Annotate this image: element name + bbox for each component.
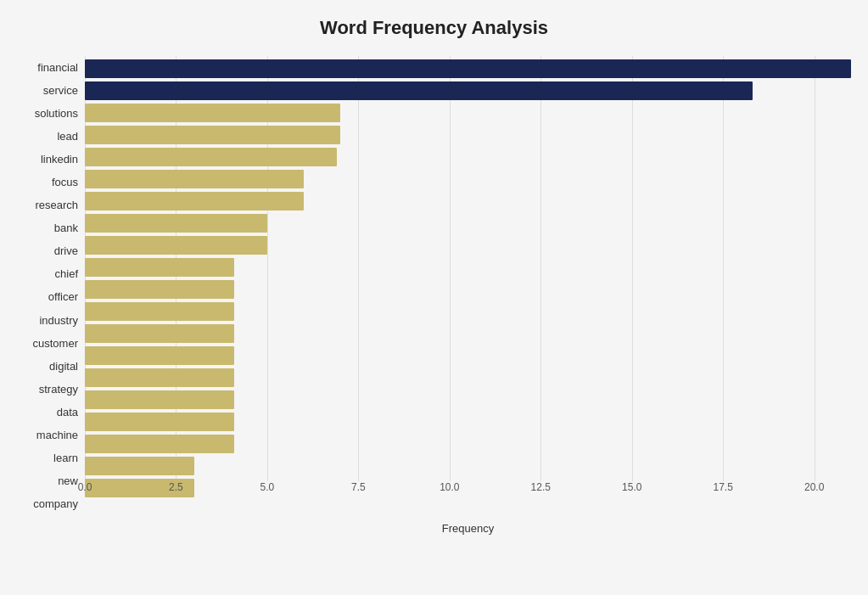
y-labels: financialservicesolutionsleadlinkedinfoc… (17, 56, 85, 515)
bar-row (85, 300, 851, 323)
y-label-company: company (33, 498, 78, 509)
bar-row (85, 345, 851, 367)
bar-row (85, 389, 851, 411)
y-label-bank: bank (54, 222, 78, 233)
bar-row (85, 146, 851, 168)
chart-container: Word Frequency Analysis financialservice… (0, 0, 868, 595)
x-tick: 5.0 (260, 481, 275, 493)
x-tick: 17.5 (714, 481, 733, 493)
y-label-new: new (58, 475, 78, 486)
chart-title: Word Frequency Analysis (17, 17, 851, 39)
y-label-lead: lead (57, 131, 78, 142)
chart-area: financialservicesolutionsleadlinkedinfoc… (17, 56, 851, 515)
bar-industry (85, 302, 234, 321)
x-tick: 10.0 (440, 481, 459, 493)
bar-customer (85, 324, 234, 343)
bar-solutions (85, 104, 340, 122)
bar-machine (85, 413, 234, 431)
bar-row (85, 256, 851, 278)
x-axis-label: Frequency (85, 522, 851, 535)
y-label-digital: digital (49, 361, 78, 372)
bar-financial (85, 59, 851, 78)
grid-and-bars (85, 56, 851, 481)
bar-row (85, 278, 851, 300)
bar-row (85, 102, 851, 124)
y-label-service: service (43, 85, 78, 96)
bar-service (85, 81, 753, 100)
bar-focus (85, 170, 304, 188)
x-tick: 2.5 (169, 481, 183, 493)
bar-bank (85, 214, 267, 233)
y-label-strategy: strategy (39, 384, 78, 395)
bar-row (85, 234, 851, 256)
x-tick: 15.0 (622, 481, 641, 493)
x-tick: 7.5 (351, 481, 366, 493)
y-label-drive: drive (54, 245, 78, 256)
y-label-officer: officer (48, 291, 78, 302)
y-label-industry: industry (39, 315, 78, 326)
y-label-data: data (57, 407, 78, 418)
bar-row (85, 433, 851, 455)
bar-row (85, 168, 851, 190)
bar-row (85, 124, 851, 146)
y-label-focus: focus (52, 177, 78, 188)
bars-and-grid: 0.02.55.07.510.012.515.017.520.0 Frequen… (85, 56, 851, 515)
y-label-solutions: solutions (35, 108, 78, 119)
bar-digital (85, 346, 234, 365)
bar-row (85, 58, 851, 80)
bar-row (85, 411, 851, 433)
bar-chief (85, 258, 234, 277)
bar-drive (85, 236, 267, 255)
bar-strategy (85, 368, 234, 387)
bar-row (85, 367, 851, 389)
bar-officer (85, 280, 234, 299)
bar-row (85, 455, 851, 477)
bar-learn (85, 435, 234, 453)
y-label-financial: financial (37, 62, 78, 73)
bar-linkedin (85, 148, 337, 166)
bar-row (85, 80, 851, 102)
x-tick: 12.5 (531, 481, 551, 493)
bar-row (85, 323, 851, 345)
bar-data (85, 390, 234, 409)
x-tick: 20.0 (804, 481, 824, 493)
y-label-customer: customer (33, 338, 78, 349)
bar-row (85, 212, 851, 234)
y-label-linkedin: linkedin (41, 154, 78, 165)
x-tick: 0.0 (78, 481, 92, 493)
bar-research (85, 192, 304, 210)
x-ticks: 0.02.55.07.510.012.515.017.520.0 (85, 481, 851, 498)
x-axis-wrapper: 0.02.55.07.510.012.515.017.520.0 Frequen… (85, 481, 851, 515)
bar-lead (85, 126, 340, 144)
bars-wrapper (85, 56, 851, 481)
y-label-research: research (35, 199, 78, 210)
bar-new (85, 457, 194, 475)
bar-row (85, 190, 851, 212)
y-label-machine: machine (36, 429, 78, 441)
y-label-chief: chief (55, 268, 78, 279)
y-label-learn: learn (53, 452, 78, 463)
